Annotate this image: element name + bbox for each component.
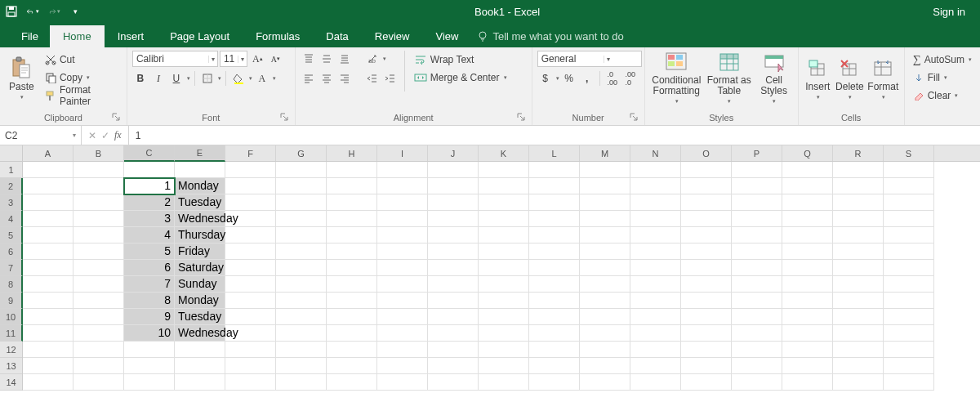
cell-L6[interactable] — [529, 243, 580, 260]
cell-G2[interactable] — [276, 178, 327, 194]
cell-L3[interactable] — [529, 194, 580, 211]
cell-L2[interactable] — [529, 178, 580, 194]
cell-G8[interactable] — [276, 276, 327, 293]
tab-view[interactable]: View — [422, 25, 471, 47]
column-header-I[interactable]: I — [377, 145, 428, 161]
cell-Q11[interactable] — [782, 325, 833, 342]
cell-G14[interactable] — [276, 374, 327, 391]
column-header-R[interactable]: R — [833, 145, 884, 161]
align-left-icon[interactable] — [301, 70, 317, 87]
cell-P7[interactable] — [732, 260, 782, 276]
cell-styles-button[interactable]: Cell Styles▾ — [755, 51, 793, 105]
cell-J8[interactable] — [428, 276, 479, 293]
cell-M9[interactable] — [580, 293, 630, 309]
cell-N11[interactable] — [630, 325, 681, 342]
cell-K7[interactable] — [479, 260, 529, 276]
column-header-S[interactable]: S — [884, 145, 934, 161]
cell-A12[interactable] — [23, 342, 74, 358]
cell-A8[interactable] — [23, 276, 74, 293]
fill-color-button[interactable] — [230, 70, 247, 87]
cell-M6[interactable] — [580, 243, 630, 260]
cell-S13[interactable] — [884, 358, 934, 374]
cell-Q7[interactable] — [782, 260, 833, 276]
cell-C14[interactable] — [124, 374, 175, 391]
cell-O14[interactable] — [681, 374, 732, 391]
cell-J2[interactable] — [428, 178, 479, 194]
cell-Q13[interactable] — [782, 358, 833, 374]
cell-E13[interactable] — [175, 358, 225, 374]
cell-H6[interactable] — [327, 243, 377, 260]
cell-I5[interactable] — [377, 227, 428, 243]
cell-E3[interactable]: Tuesday — [175, 194, 225, 211]
cell-R3[interactable] — [833, 194, 884, 211]
cell-N13[interactable] — [630, 358, 681, 374]
cell-S1[interactable] — [884, 162, 934, 178]
sign-in-link[interactable]: Sign in — [933, 6, 975, 18]
row-header-2[interactable]: 2 — [0, 178, 23, 194]
insert-cells-button[interactable]: Insert▾ — [804, 51, 832, 105]
cell-P1[interactable] — [732, 162, 782, 178]
cell-S9[interactable] — [884, 293, 934, 309]
cell-M11[interactable] — [580, 325, 630, 342]
cell-B10[interactable] — [74, 309, 124, 325]
cell-N7[interactable] — [630, 260, 681, 276]
cell-E8[interactable]: Sunday — [175, 276, 225, 293]
cell-S2[interactable] — [884, 178, 934, 194]
cell-O13[interactable] — [681, 358, 732, 374]
cell-M3[interactable] — [580, 194, 630, 211]
cell-G11[interactable] — [276, 325, 327, 342]
conditional-formatting-button[interactable]: Conditional Formatting▾ — [650, 51, 703, 105]
cell-B11[interactable] — [74, 325, 124, 342]
cell-O11[interactable] — [681, 325, 732, 342]
cell-C9[interactable]: 8 — [124, 293, 175, 309]
cell-Q1[interactable] — [782, 162, 833, 178]
cell-A3[interactable] — [23, 194, 74, 211]
cell-O12[interactable] — [681, 342, 732, 358]
cell-M12[interactable] — [580, 342, 630, 358]
cell-F14[interactable] — [225, 374, 276, 391]
cell-Q6[interactable] — [782, 243, 833, 260]
cell-K2[interactable] — [479, 178, 529, 194]
cell-G6[interactable] — [276, 243, 327, 260]
cell-J6[interactable] — [428, 243, 479, 260]
cell-S8[interactable] — [884, 276, 934, 293]
cell-R5[interactable] — [833, 227, 884, 243]
cell-B14[interactable] — [74, 374, 124, 391]
column-header-N[interactable]: N — [630, 145, 681, 161]
dialog-launcher-icon[interactable] — [112, 113, 122, 123]
cell-I2[interactable] — [377, 178, 428, 194]
align-right-icon[interactable] — [336, 70, 353, 87]
cell-P14[interactable] — [732, 374, 782, 391]
cell-C11[interactable]: 10 — [124, 325, 175, 342]
cell-I12[interactable] — [377, 342, 428, 358]
cell-B6[interactable] — [74, 243, 124, 260]
row-header-6[interactable]: 6 — [0, 243, 23, 260]
tab-insert[interactable]: Insert — [105, 25, 158, 47]
cell-G5[interactable] — [276, 227, 327, 243]
merge-center-button[interactable]: Merge & Center▾ — [411, 69, 510, 86]
comma-format-icon[interactable]: , — [579, 70, 595, 87]
cell-I13[interactable] — [377, 358, 428, 374]
cell-O6[interactable] — [681, 243, 732, 260]
row-header-1[interactable]: 1 — [0, 162, 22, 178]
cell-M13[interactable] — [580, 358, 630, 374]
format-painter-button[interactable]: Format Painter — [42, 87, 122, 104]
fx-icon[interactable]: fx — [114, 129, 122, 141]
cell-P12[interactable] — [732, 342, 782, 358]
cell-H4[interactable] — [327, 211, 377, 227]
cell-A4[interactable] — [23, 211, 74, 227]
decrease-decimal-icon[interactable]: .00.0 — [622, 70, 639, 87]
cell-G1[interactable] — [276, 162, 327, 178]
cell-C2[interactable]: 1 — [124, 178, 175, 194]
cell-C8[interactable]: 7 — [124, 276, 175, 293]
cell-P9[interactable] — [732, 293, 782, 309]
cell-G9[interactable] — [276, 293, 327, 309]
dialog-launcher-icon[interactable] — [517, 113, 527, 123]
cell-P5[interactable] — [732, 227, 782, 243]
cell-R12[interactable] — [833, 342, 884, 358]
cell-R13[interactable] — [833, 358, 884, 374]
cell-A1[interactable] — [23, 162, 74, 178]
cell-L12[interactable] — [529, 342, 580, 358]
cell-O5[interactable] — [681, 227, 732, 243]
select-all-corner[interactable] — [0, 145, 23, 162]
